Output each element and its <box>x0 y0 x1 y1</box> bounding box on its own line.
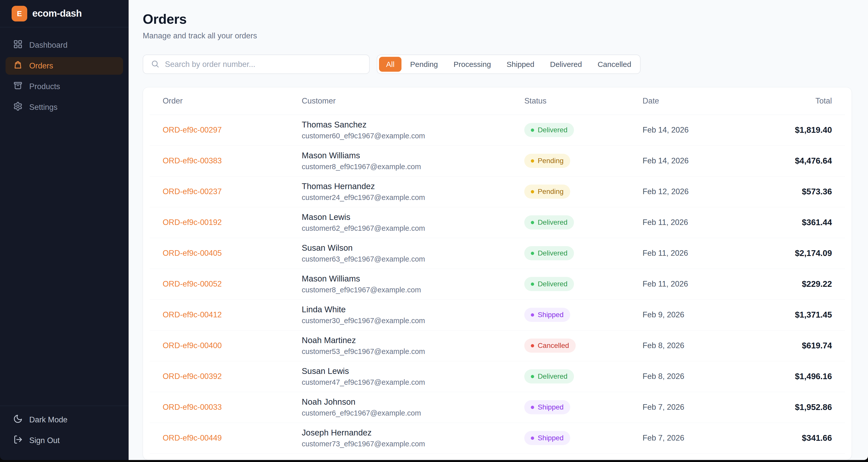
column-header-status: Status <box>511 87 629 115</box>
status-dot-icon <box>531 375 534 378</box>
status-dot-icon <box>531 283 534 286</box>
controls-row: AllPendingProcessingShippedDeliveredCanc… <box>143 55 852 74</box>
filter-pill-cancelled[interactable]: Cancelled <box>591 57 638 72</box>
table-row: ORD-ef9c-00237 Thomas Hernandez customer… <box>150 176 845 207</box>
order-number-link[interactable]: ORD-ef9c-00412 <box>163 310 222 319</box>
filter-pill-all[interactable]: All <box>379 57 401 72</box>
status-label: Delivered <box>538 126 567 134</box>
order-total: $229.22 <box>741 269 845 299</box>
customer-email: customer30_ef9c1967@example.com <box>302 317 498 325</box>
table-row: ORD-ef9c-00449 Joseph Hernandez customer… <box>150 423 845 454</box>
customer-name: Mason Williams <box>302 274 498 284</box>
customer-name: Noah Martinez <box>302 336 498 345</box>
customer-name: Noah Johnson <box>302 397 498 407</box>
order-number-link[interactable]: ORD-ef9c-00392 <box>163 372 222 381</box>
archive-box-icon <box>13 81 23 92</box>
customer-name: Mason Lewis <box>302 212 498 222</box>
order-number-link[interactable]: ORD-ef9c-00052 <box>163 280 222 288</box>
dark-mode-toggle[interactable]: Dark Mode <box>5 411 123 429</box>
status-label: Shipped <box>538 311 564 319</box>
main-content: Orders Manage and track all your orders … <box>129 0 868 460</box>
customer-name: Susan Wilson <box>302 243 498 253</box>
status-label: Delivered <box>538 280 567 288</box>
order-total: $341.66 <box>741 423 845 454</box>
order-total: $361.44 <box>741 207 845 238</box>
order-number-link[interactable]: ORD-ef9c-00192 <box>163 218 222 227</box>
filter-pill-shipped[interactable]: Shipped <box>500 57 541 72</box>
app-window: E ecom-dash Dashboard Orders P <box>0 0 868 460</box>
order-number-link[interactable]: ORD-ef9c-00405 <box>163 249 222 258</box>
order-date: Feb 7, 2026 <box>629 392 741 423</box>
order-date: Feb 11, 2026 <box>629 269 741 299</box>
order-date: Feb 11, 2026 <box>629 207 741 238</box>
column-header-date: Date <box>629 87 741 115</box>
order-total: $4,476.64 <box>741 145 845 176</box>
status-badge: Shipped <box>524 431 570 445</box>
orders-table: Order Customer Status Date Total ORD-ef9… <box>150 87 845 454</box>
customer-name: Thomas Sanchez <box>302 120 498 129</box>
status-dot-icon <box>531 159 534 163</box>
table-row: ORD-ef9c-00392 Susan Lewis customer47_ef… <box>150 361 845 392</box>
column-header-customer: Customer <box>289 87 512 115</box>
sidebar-item-label: Dashboard <box>29 41 68 50</box>
order-number-link[interactable]: ORD-ef9c-00033 <box>163 403 222 411</box>
table-row: ORD-ef9c-00383 Mason Williams customer8_… <box>150 145 845 176</box>
orders-table-card: Order Customer Status Date Total ORD-ef9… <box>143 87 852 460</box>
status-dot-icon <box>531 252 534 255</box>
status-label: Pending <box>538 157 564 165</box>
customer-name: Joseph Hernandez <box>302 428 498 437</box>
order-number-link[interactable]: ORD-ef9c-00383 <box>163 156 222 165</box>
page-title: Orders <box>143 11 852 27</box>
status-badge: Delivered <box>524 215 574 230</box>
sidebar-item-label: Settings <box>29 103 58 112</box>
status-label: Shipped <box>538 403 564 411</box>
table-row: ORD-ef9c-00412 Linda White customer30_ef… <box>150 299 845 330</box>
brand-logo: E <box>11 6 27 22</box>
status-label: Cancelled <box>538 342 569 350</box>
order-date: Feb 14, 2026 <box>629 115 741 145</box>
status-badge: Delivered <box>524 246 574 260</box>
customer-email: customer53_ef9c1967@example.com <box>302 347 498 356</box>
customer-email: customer8_ef9c1967@example.com <box>302 286 498 294</box>
order-date: Feb 8, 2026 <box>629 361 741 392</box>
order-total: $1,371.45 <box>741 299 845 330</box>
order-number-link[interactable]: ORD-ef9c-00297 <box>163 125 222 134</box>
status-label: Pending <box>538 187 564 196</box>
search-input[interactable] <box>165 60 362 69</box>
status-dot-icon <box>531 190 534 193</box>
filter-pill-processing[interactable]: Processing <box>446 57 498 72</box>
customer-email: customer60_ef9c1967@example.com <box>302 132 498 140</box>
order-number-link[interactable]: ORD-ef9c-00400 <box>163 341 222 350</box>
customer-name: Linda White <box>302 305 498 314</box>
sidebar-item-label: Products <box>29 82 60 91</box>
filter-pill-pending[interactable]: Pending <box>403 57 445 72</box>
grid-icon <box>13 39 23 51</box>
sidebar-spacer <box>0 116 129 406</box>
sidebar-item-products[interactable]: Products <box>5 78 123 95</box>
table-row: ORD-ef9c-00052 Mason Williams customer8_… <box>150 269 845 299</box>
status-badge: Cancelled <box>524 339 576 353</box>
dark-mode-label: Dark Mode <box>29 415 68 424</box>
status-badge: Delivered <box>524 123 574 137</box>
order-number-link[interactable]: ORD-ef9c-00449 <box>163 433 222 442</box>
sidebar-item-dashboard[interactable]: Dashboard <box>5 36 123 54</box>
shopping-bag-icon <box>13 60 23 72</box>
status-badge: Delivered <box>524 277 574 291</box>
order-date: Feb 7, 2026 <box>629 423 741 454</box>
order-total: $619.74 <box>741 330 845 361</box>
order-number-link[interactable]: ORD-ef9c-00237 <box>163 187 222 196</box>
status-label: Delivered <box>538 372 567 380</box>
status-label: Shipped <box>538 434 564 442</box>
status-badge: Shipped <box>524 400 570 414</box>
customer-email: customer8_ef9c1967@example.com <box>302 163 498 171</box>
moon-icon <box>13 414 23 426</box>
sidebar-item-orders[interactable]: Orders <box>5 57 123 75</box>
orders-table-body: ORD-ef9c-00297 Thomas Sanchez customer60… <box>150 115 845 454</box>
filter-pill-delivered[interactable]: Delivered <box>543 57 589 72</box>
table-row: ORD-ef9c-00400 Noah Martinez customer53_… <box>150 330 845 361</box>
order-total: $573.36 <box>741 176 845 207</box>
order-date: Feb 12, 2026 <box>629 176 741 207</box>
search-icon <box>151 60 159 69</box>
sign-out-button[interactable]: Sign Out <box>5 432 123 450</box>
sidebar-item-settings[interactable]: Settings <box>5 98 123 116</box>
